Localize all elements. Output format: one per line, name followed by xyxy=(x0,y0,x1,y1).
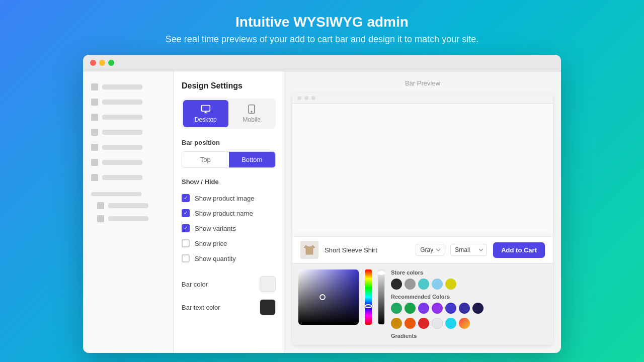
store-color-4[interactable] xyxy=(432,279,443,290)
checkmark-icon-3: ✓ xyxy=(184,226,188,231)
store-colors-row xyxy=(391,279,547,290)
rec-color-9[interactable] xyxy=(405,318,416,329)
position-top[interactable]: Top xyxy=(182,152,229,167)
variant-size-select[interactable]: Small Medium Large xyxy=(450,244,487,256)
sidebar-item-customers[interactable] xyxy=(83,125,173,140)
customers-icon xyxy=(91,129,98,136)
sidebar-item-pos[interactable] xyxy=(83,212,173,225)
tab-mobile[interactable]: Mobile xyxy=(229,100,275,127)
checkbox-product-image-box[interactable]: ✓ xyxy=(182,194,190,202)
checkbox-product-name[interactable]: ✓ Show product name xyxy=(182,206,276,221)
sidebar-item-analytics[interactable] xyxy=(83,140,173,155)
sidebar-online-store-label xyxy=(108,203,148,208)
page-title: Intuitive WYSIWYG admin xyxy=(166,14,478,30)
rec-color-8[interactable] xyxy=(391,318,402,329)
online-store-icon xyxy=(97,202,104,209)
checkbox-quantity-box[interactable] xyxy=(182,254,190,262)
sidebar-home-label xyxy=(102,84,142,89)
rec-color-2[interactable] xyxy=(405,303,416,314)
bar-text-color-row: Bar text color xyxy=(182,299,276,315)
position-bottom[interactable]: Bottom xyxy=(229,152,276,167)
show-hide-section: Show / Hide ✓ Show product image ✓ Show … xyxy=(182,178,276,266)
sidebar-discounts-label xyxy=(102,160,142,165)
rec-color-10[interactable] xyxy=(418,318,429,329)
sidebar-item-products[interactable] xyxy=(83,110,173,125)
svg-rect-0 xyxy=(201,106,210,112)
apps-icon xyxy=(91,174,98,181)
bar-color-label: Bar color xyxy=(182,281,208,288)
bar-text-color-label: Bar text color xyxy=(182,304,220,311)
settings-panel: Design Settings Desktop Mobile xyxy=(174,71,284,353)
opacity-bar[interactable] xyxy=(378,269,385,325)
rec-color-12[interactable] xyxy=(445,318,456,329)
sidebar-apps-label xyxy=(102,175,142,180)
rec-color-3[interactable] xyxy=(418,303,429,314)
shirt-icon xyxy=(302,242,317,257)
close-button[interactable] xyxy=(90,60,96,66)
checkbox-price-box[interactable] xyxy=(182,239,190,247)
maximize-button[interactable] xyxy=(108,60,114,66)
browser-dot-1 xyxy=(297,96,301,100)
rec-color-1[interactable] xyxy=(391,303,402,314)
sidebar-section-label xyxy=(91,192,141,196)
desktop-icon xyxy=(201,104,211,114)
browser-preview: Short Sleeve Shirt Gray Blue Red Small M… xyxy=(292,93,553,345)
browser-dot-3 xyxy=(311,96,315,100)
store-color-1[interactable] xyxy=(391,279,402,290)
checkbox-price[interactable]: Show price xyxy=(182,236,276,251)
rec-color-11[interactable] xyxy=(432,318,443,329)
product-name: Short Sleeve Shirt xyxy=(325,246,410,254)
browser-dot-2 xyxy=(304,96,308,100)
sidebar-customers-label xyxy=(102,130,142,135)
sidebar-analytics-label xyxy=(102,145,142,150)
tab-desktop[interactable]: Desktop xyxy=(183,100,228,127)
device-tabs: Desktop Mobile xyxy=(182,99,276,129)
rec-color-6[interactable] xyxy=(459,303,470,314)
store-colors-panel: Store colors Recommended Colors xyxy=(391,269,547,339)
add-to-cart-button[interactable]: Add to Cart xyxy=(493,242,545,258)
sidebar xyxy=(83,71,174,353)
checkbox-product-name-label: Show product name xyxy=(195,210,253,217)
sidebar-item-apps[interactable] xyxy=(83,170,173,185)
rec-color-7[interactable] xyxy=(472,303,484,314)
minimize-button[interactable] xyxy=(99,60,105,66)
sidebar-orders-label xyxy=(102,100,142,105)
position-tabs: Top Bottom xyxy=(182,151,276,168)
store-color-5[interactable] xyxy=(445,279,456,290)
browser-bar xyxy=(292,93,553,104)
sidebar-item-online-store[interactable] xyxy=(83,199,173,212)
store-color-3[interactable] xyxy=(418,279,429,290)
color-gradient-picker[interactable] xyxy=(298,269,359,325)
checkbox-variants-box[interactable]: ✓ xyxy=(182,224,190,232)
checkbox-price-label: Show price xyxy=(195,240,227,247)
mobile-icon xyxy=(247,104,257,114)
browser-content: Short Sleeve Shirt Gray Blue Red Small M… xyxy=(292,104,553,345)
svg-point-2 xyxy=(251,111,252,112)
checkbox-product-image-label: Show product image xyxy=(195,195,255,202)
rec-color-13[interactable] xyxy=(459,318,470,329)
sidebar-products-label xyxy=(102,115,142,120)
sidebar-item-orders[interactable] xyxy=(83,95,173,110)
rec-color-5[interactable] xyxy=(445,303,456,314)
page-content-area xyxy=(292,104,553,236)
rec-color-4[interactable] xyxy=(432,303,443,314)
checkbox-product-name-box[interactable]: ✓ xyxy=(182,209,190,217)
recommended-colors-row-1 xyxy=(391,303,547,314)
checkbox-product-image[interactable]: ✓ Show product image xyxy=(182,191,276,206)
checkbox-quantity[interactable]: Show quantity xyxy=(182,251,276,266)
recommended-colors-title: Recommended Colors xyxy=(391,294,547,300)
spectrum-cursor xyxy=(364,304,372,308)
checkbox-variants[interactable]: ✓ Show variants xyxy=(182,221,276,236)
color-spectrum-bar[interactable] xyxy=(365,269,372,325)
sidebar-item-discounts[interactable] xyxy=(83,155,173,170)
variant-color-select[interactable]: Gray Blue Red xyxy=(416,244,444,256)
bar-position-label: Bar position xyxy=(182,139,276,146)
page-header: Intuitive WYSIWYG admin See real time pr… xyxy=(155,0,489,55)
color-picker-area: Store colors Recommended Colors xyxy=(292,263,553,345)
sidebar-item-home[interactable] xyxy=(83,79,173,95)
discounts-icon xyxy=(91,159,98,166)
cart-bar: Short Sleeve Shirt Gray Blue Red Small M… xyxy=(292,236,553,263)
store-color-2[interactable] xyxy=(405,279,416,290)
bar-text-color-swatch[interactable] xyxy=(260,299,276,315)
bar-color-swatch[interactable] xyxy=(260,276,276,292)
